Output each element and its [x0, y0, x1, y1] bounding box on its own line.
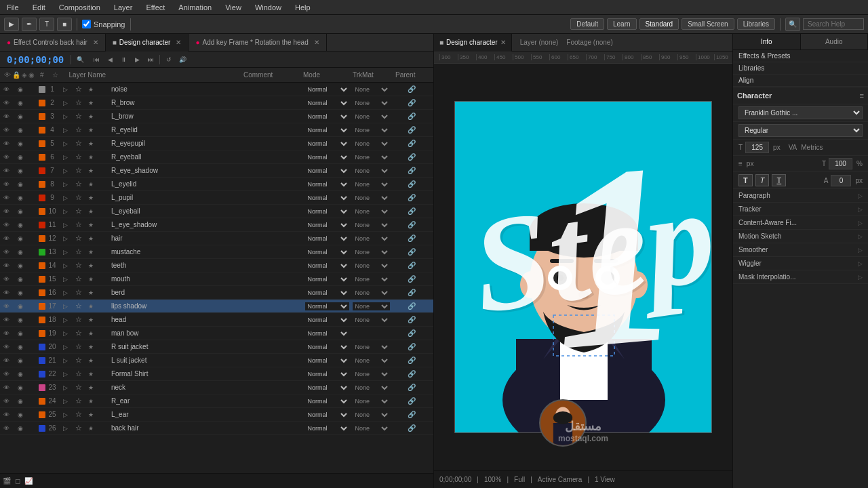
layer-eye[interactable]: 👁 — [1, 410, 11, 420]
layer-solo[interactable]: ◉ — [15, 425, 26, 432]
prev-close[interactable]: ✕ — [500, 39, 506, 46]
layer-eye[interactable]: 👁 — [1, 356, 11, 365]
layer-expand[interactable]: ▷ — [58, 371, 72, 378]
layer-star[interactable]: ☆ — [72, 424, 85, 432]
layer-parent[interactable]: 🔗 — [391, 180, 432, 188]
menu-file[interactable]: File — [4, 3, 22, 12]
layer-solo[interactable]: ◉ — [15, 303, 26, 310]
layer-parent[interactable]: 🔗 — [391, 384, 432, 391]
layer-eye[interactable]: 👁 — [1, 424, 11, 433]
tab-effect-controls[interactable]: ● Effect Controls back hair ✕ — [0, 34, 106, 52]
layer-star[interactable]: ☆ — [72, 274, 85, 283]
layer-solo[interactable]: ◉ — [15, 344, 26, 350]
layer-eye[interactable]: 👁 — [1, 247, 11, 257]
props-item-content-aware-fi...[interactable]: Content-Aware Fi... ▷ — [733, 216, 868, 230]
props-item-motion-sketch[interactable]: Motion Sketch ▷ — [733, 230, 868, 243]
layer-parent[interactable]: 🔗 — [391, 140, 432, 147]
layer-eye[interactable]: 👁 — [1, 166, 11, 176]
layer-parent[interactable]: 🔗 — [391, 153, 432, 161]
layer-parent[interactable]: 🔗 — [391, 235, 432, 242]
layer-expand[interactable]: ▷ — [58, 222, 72, 228]
layer-expand[interactable]: ▷ — [58, 86, 72, 93]
layer-trk[interactable]: None — [351, 99, 391, 107]
layer-eye[interactable]: 👁 — [1, 288, 11, 298]
layer-trk[interactable]: None — [351, 316, 391, 324]
layer-solo[interactable]: ◉ — [15, 140, 26, 147]
layer-eye[interactable]: 👁 — [1, 274, 11, 284]
tab-close-1[interactable]: ✕ — [176, 39, 181, 46]
props-item-paragraph[interactable]: Paragraph ▷ — [733, 189, 868, 203]
prev-view[interactable]: 1 View — [595, 476, 615, 483]
layer-eye[interactable]: 👁 — [1, 207, 11, 216]
layer-solo[interactable]: ◉ — [15, 262, 26, 269]
layer-star[interactable]: ☆ — [72, 383, 85, 392]
layer-solo[interactable]: ◉ — [15, 181, 26, 188]
layer-tool-1[interactable]: ⏮ — [90, 54, 102, 66]
layer-row[interactable]: 👁 ◉ 6 ▷ ☆ ★ R_eyeball Normal None 🔗 — [0, 150, 433, 164]
layer-expand[interactable]: ▷ — [58, 262, 72, 269]
layer-mode[interactable]: Normal — [303, 397, 351, 405]
layer-trk[interactable]: None — [351, 153, 391, 161]
layer-expand[interactable]: ▷ — [58, 357, 72, 364]
layer-eye[interactable]: 👁 — [1, 234, 11, 243]
char-menu-icon[interactable]: ≡ — [860, 92, 864, 100]
layer-solo[interactable]: ◉ — [15, 86, 26, 93]
libraries-label[interactable]: Libraries — [738, 64, 764, 72]
layer-expand[interactable]: ▷ — [58, 181, 72, 188]
layer-parent[interactable]: 🔗 — [391, 275, 432, 283]
menu-effect[interactable]: Effect — [143, 3, 167, 12]
menu-edit[interactable]: Edit — [30, 3, 48, 12]
search-layer-btn[interactable]: 🔍 — [74, 54, 86, 66]
menu-layer[interactable]: Layer — [111, 3, 136, 12]
layer-mode[interactable]: Normal — [303, 329, 351, 338]
layer-mode[interactable]: Normal — [303, 99, 351, 107]
layer-mode[interactable]: Normal — [303, 167, 351, 175]
layer-parent[interactable]: 🔗 — [391, 126, 432, 134]
prev-quality[interactable]: Full — [514, 476, 525, 483]
layer-parent[interactable]: 🔗 — [391, 397, 432, 405]
layer-mode[interactable]: Normal — [303, 153, 351, 161]
tab-close-0[interactable]: ✕ — [93, 39, 98, 46]
layer-mode[interactable]: Normal — [303, 262, 351, 270]
layer-eye[interactable]: 👁 — [1, 152, 11, 162]
layer-eye[interactable]: 👁 — [1, 193, 11, 203]
tl-new-comp[interactable]: 🎬 — [3, 477, 11, 485]
layer-solo[interactable]: ◉ — [15, 371, 26, 378]
layer-solo[interactable]: ◉ — [15, 127, 26, 134]
layer-trk[interactable]: None — [351, 397, 391, 405]
layer-eye[interactable]: 👁 — [1, 180, 11, 189]
layer-solo[interactable]: ◉ — [15, 330, 26, 337]
layer-row[interactable]: 👁 ◉ 23 ▷ ☆ ★ neck Normal None 🔗 — [0, 381, 433, 394]
menu-help[interactable]: Help — [292, 3, 313, 12]
layer-row[interactable]: 👁 ◉ 3 ▷ ☆ ★ L_brow Normal None 🔗 — [0, 110, 433, 123]
tool-text[interactable]: T — [39, 18, 54, 31]
layer-parent[interactable]: 🔗 — [391, 329, 432, 337]
layer-star[interactable]: ☆ — [72, 329, 85, 338]
layer-parent[interactable]: 🔗 — [391, 357, 432, 364]
audio-btn[interactable]: 🔊 — [176, 54, 189, 66]
tool-select[interactable]: ▶ — [4, 18, 19, 31]
layer-expand[interactable]: ▷ — [58, 303, 72, 310]
layer-star[interactable]: ☆ — [72, 342, 85, 351]
layer-mode[interactable]: Normal — [303, 235, 351, 243]
layer-trk[interactable]: None — [351, 207, 391, 216]
layer-mode[interactable]: Normal — [303, 289, 351, 297]
layer-trk[interactable]: None — [351, 302, 391, 310]
layer-expand[interactable]: ▷ — [58, 195, 72, 201]
layer-parent[interactable]: 🔗 — [391, 99, 432, 106]
layer-row[interactable]: 👁 ◉ 17 ▷ ☆ ★ lips shadow Normal None 🔗 — [0, 300, 433, 313]
menu-animation[interactable]: Animation — [176, 3, 214, 12]
preview-canvas[interactable]: Step 1 مستقل mostaql.com — [434, 64, 732, 470]
layer-star[interactable]: ☆ — [72, 166, 85, 175]
scale-input[interactable] — [829, 158, 852, 169]
layer-eye[interactable]: 👁 — [1, 85, 11, 94]
tool-pen[interactable]: ✒ — [22, 18, 37, 31]
layer-trk[interactable]: None — [351, 167, 391, 175]
underline-btn[interactable]: T — [772, 174, 786, 186]
layer-parent[interactable]: 🔗 — [391, 343, 432, 350]
props-item-wiggler[interactable]: Wiggler ▷ — [733, 257, 868, 270]
layer-expand[interactable]: ▷ — [58, 249, 72, 256]
layer-expand[interactable]: ▷ — [58, 208, 72, 215]
layer-row[interactable]: 👁 ◉ 1 ▷ ☆ ★ noise Normal None 🔗 — [0, 83, 433, 96]
layer-solo[interactable]: ◉ — [15, 208, 26, 215]
